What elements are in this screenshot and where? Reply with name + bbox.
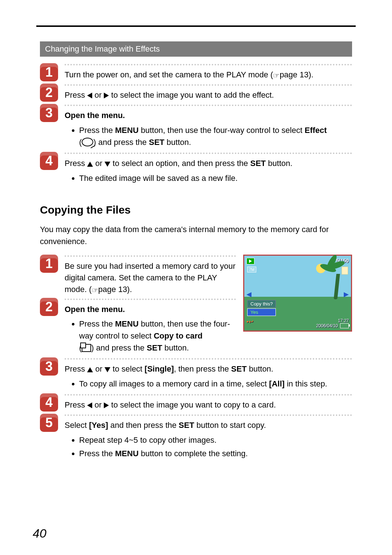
step-4: 4 Press or to select the image you want … [40, 393, 352, 412]
dotted-divider [65, 299, 236, 300]
text: page 13). [98, 285, 132, 294]
step-badge: 1 [40, 63, 58, 81]
section2-steps: 1 Be sure you had inserted a memory card… [40, 255, 352, 461]
battery-icon [340, 323, 349, 328]
text: ( [79, 138, 82, 147]
dotted-divider [65, 394, 352, 396]
text: to select an option, and then press the [113, 159, 250, 168]
step-text: Select [Yes] and then press the SET butt… [65, 420, 352, 431]
step-3: 3 Open the menu. Press the MENU button, … [40, 104, 352, 150]
text: or [95, 364, 105, 373]
step-badge: 5 [40, 414, 58, 432]
single-option-label: [Single] [144, 364, 174, 373]
page-number: 40 [33, 526, 46, 540]
set-button-label: SET [250, 159, 266, 168]
text: or [94, 400, 104, 409]
text: , then press the [174, 364, 231, 373]
dialog-answer-yes: Yes [247, 308, 276, 316]
right-arrow-icon [104, 93, 109, 98]
sub-bullet: Press the MENU button, then use the four… [79, 124, 352, 148]
lcd-left-arrow-icon: ◀ [246, 290, 252, 298]
step-text: Be sure you had inserted a memory card t… [65, 260, 236, 296]
menu-button-label: MENU [115, 449, 139, 458]
dialog-question: Copy this? [247, 300, 276, 308]
step-1: 1 Turn the power on, and set the camera … [40, 63, 352, 81]
yes-option-label: [Yes] [89, 421, 108, 430]
effect-icon [82, 138, 93, 146]
text: Press the [79, 449, 115, 458]
step-badge: 2 [40, 84, 58, 102]
step-3: 3 Press or to select [Single], then pres… [40, 357, 352, 391]
top-rule [36, 25, 356, 27]
down-arrow-icon [105, 367, 110, 372]
lcd-time: 17:27 [316, 318, 349, 323]
text: Press [65, 159, 87, 168]
text: Press [65, 90, 87, 100]
step-lead: Open the menu. [65, 304, 236, 315]
up-arrow-icon [87, 367, 93, 372]
step-5: 5 Select [Yes] and then press the SET bu… [40, 414, 352, 461]
set-button-label: SET [231, 364, 247, 373]
text: in this step. [285, 379, 327, 388]
play-mode-icon [246, 258, 254, 264]
step-2: 2 Open the menu. Press the MENU button, … [40, 298, 236, 356]
sub-bullet: Press the MENU button, then use the four… [79, 318, 236, 354]
menu-button-label: MENU [115, 319, 139, 328]
text: Press [65, 364, 87, 373]
copy-to-card-label: Copy to card [154, 331, 202, 340]
text: ) and press the [91, 343, 147, 352]
left-arrow-icon [87, 93, 92, 98]
sub-bullet: Press the MENU button to complete the se… [79, 447, 352, 459]
text: page 13). [279, 70, 313, 79]
step-badge: 2 [40, 298, 58, 316]
text: button to complete the setting. [139, 449, 248, 458]
dotted-divider [65, 64, 352, 65]
text: Press the [79, 319, 115, 328]
text: or [94, 90, 104, 100]
text: to select the image you want to add the … [111, 90, 274, 100]
copy-to-card-icon [82, 344, 91, 352]
intro-paragraph: You may copy the data from the camera's … [40, 223, 352, 247]
step-badge: 3 [40, 104, 58, 122]
right-arrow-icon [104, 402, 109, 408]
dotted-divider [65, 105, 352, 106]
step-badge: 3 [40, 357, 58, 376]
text: To copy all images to a memory card in a… [79, 379, 269, 388]
text: button. [162, 343, 189, 352]
section-heading: Copying the Files [40, 204, 352, 216]
text: button. [164, 138, 191, 147]
sub-bullet: The edited image will be saved as a new … [79, 172, 352, 184]
text: Select [65, 421, 89, 430]
dotted-divider [65, 358, 352, 360]
down-arrow-icon [105, 162, 110, 167]
text: Press [65, 400, 87, 409]
copy-dialog: Copy this? Yes [247, 300, 276, 316]
lcd-date: 2006/04/10 [316, 323, 338, 328]
step-1: 1 Be sure you had inserted a memory card… [40, 255, 236, 296]
step-4: 4 Press or to select an option, and then… [40, 152, 352, 186]
set-button-label: SET [179, 421, 194, 430]
sub-bullet: To copy all images to a memory card in a… [79, 378, 352, 390]
step-text: Press or to select [Single], then press … [65, 363, 352, 375]
step-badge: 4 [40, 393, 58, 412]
menu-button-label: MENU [115, 126, 139, 135]
text: button. [247, 364, 273, 373]
sub-bullet: Repeat step 4~5 to copy other images. [79, 434, 352, 446]
left-arrow-icon [87, 402, 92, 408]
step-text: Press or to select the image you want to… [65, 399, 352, 411]
text: to select [113, 364, 144, 373]
step-text: Press or to select the image you want to… [65, 89, 352, 101]
step-text: Press or to select an option, and then p… [65, 158, 352, 169]
text: Turn the power on, and set the camera to… [65, 70, 273, 79]
text: and then press the [108, 421, 179, 430]
step-badge: 1 [40, 255, 58, 273]
text: Be sure you had inserted a memory card t… [65, 262, 236, 294]
section1-steps: 1 Turn the power on, and set the camera … [40, 63, 352, 186]
section-title-bar: Changing the Image with Effects [40, 41, 352, 57]
set-button-label: SET [149, 138, 164, 147]
all-option-label: [All] [269, 379, 285, 388]
text: button to start copy. [194, 421, 266, 430]
dotted-divider [65, 414, 352, 416]
manual-page: Changing the Image with Effects 1 Turn t… [0, 0, 392, 555]
effect-label: Effect [305, 126, 327, 135]
